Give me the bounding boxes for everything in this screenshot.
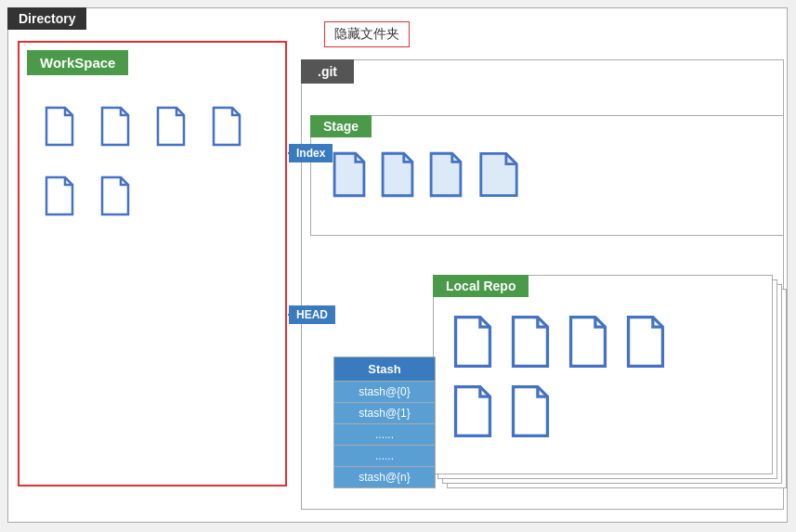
workspace-file-4 <box>210 106 243 147</box>
stage-file-4 <box>475 151 523 198</box>
stage-file-1 <box>330 151 369 198</box>
stage-box: Stage <box>310 115 784 236</box>
stash-row-0: stash@{0} <box>334 381 435 402</box>
stage-label: Stage <box>310 115 372 137</box>
directory-title: Directory <box>7 7 86 30</box>
head-arrow-container: HEAD <box>289 307 316 322</box>
stash-row-2: ...... <box>334 423 435 445</box>
workspace-file-6 <box>98 175 132 216</box>
stage-files <box>330 151 523 198</box>
local-repo-layer-1: Local Repo <box>433 275 773 474</box>
repo-file-5 <box>450 384 495 438</box>
index-arrow-label: Index <box>289 144 333 162</box>
stash-row-1: stash@{1} <box>334 402 435 423</box>
stash-header: Stash <box>334 357 435 381</box>
stash-box: Stash stash@{0} stash@{1} ...... ...... … <box>333 357 436 488</box>
workspace-file-3 <box>154 106 188 147</box>
workspace-file-2 <box>98 106 132 147</box>
repo-file-6 <box>508 384 553 438</box>
git-label: .git <box>301 59 354 84</box>
stash-row-3: ...... <box>334 445 435 466</box>
workspace-file-1 <box>43 106 76 147</box>
workspace-label: WorkSpace <box>27 50 128 75</box>
stage-file-3 <box>426 151 465 198</box>
local-repo-label: Local Repo <box>433 275 528 297</box>
repo-file-1 <box>450 315 495 369</box>
index-arrow-container: Index <box>289 146 316 161</box>
hidden-folder-label: 隐藏文件夹 <box>324 21 410 47</box>
local-repo-files <box>450 315 672 445</box>
repo-file-4 <box>623 315 668 369</box>
outer-container: Directory 隐藏文件夹 WorkSpace <box>7 7 788 523</box>
head-arrow-label: HEAD <box>289 305 335 324</box>
workspace-files <box>43 106 256 236</box>
repo-file-2 <box>508 315 553 369</box>
stash-row-n: stash@{n} <box>334 466 435 487</box>
workspace-file-5 <box>43 175 76 216</box>
workspace-box: WorkSpace <box>18 41 287 487</box>
stage-file-2 <box>378 151 417 198</box>
repo-file-3 <box>566 315 610 369</box>
